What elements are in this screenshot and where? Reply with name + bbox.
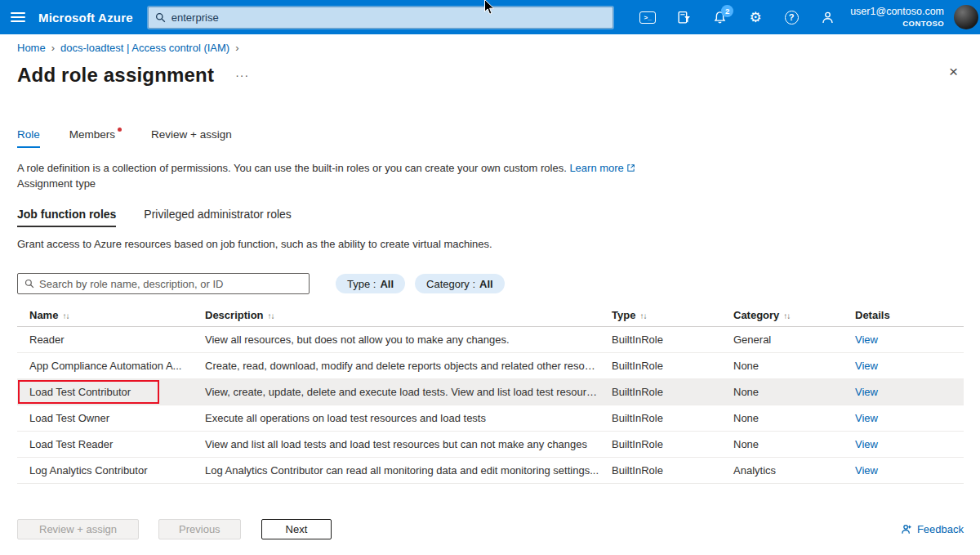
search-icon xyxy=(24,279,34,289)
topbar-icons: >_ 2 ⚙ ? xyxy=(639,9,835,25)
chevron-right-icon: › xyxy=(51,42,55,54)
role-type: BuiltInRole xyxy=(599,412,721,424)
azure-topbar: Microsoft Azure >_ 2 ⚙ ? user1@contoso.c… xyxy=(0,0,980,34)
account-info[interactable]: user1@contoso.com CONTOSO xyxy=(850,6,944,29)
role-type: BuiltInRole xyxy=(599,386,721,398)
feedback-person-icon[interactable] xyxy=(819,9,835,25)
table-row-load-test-owner[interactable]: Load Test Owner Execute all operations o… xyxy=(17,405,964,432)
table-row-app-compliance[interactable]: App Compliance Automation A... Create, r… xyxy=(17,353,964,379)
unsaved-changes-dot xyxy=(118,128,122,132)
view-details-link[interactable]: View xyxy=(855,412,878,424)
role-type-pivot: Job function roles Privileged administra… xyxy=(17,208,964,227)
avatar[interactable] xyxy=(954,5,978,29)
page-title: Add role assignment xyxy=(17,64,214,87)
view-details-link[interactable]: View xyxy=(855,360,878,372)
pivot-job-function-roles[interactable]: Job function roles xyxy=(17,208,116,227)
table-row-log-analytics-contributor[interactable]: Log Analytics Contributor Log Analytics … xyxy=(17,458,964,484)
filter-type-pill[interactable]: Type :All xyxy=(336,274,405,293)
filter-row: Type :All Category :All xyxy=(17,273,964,294)
role-type: BuiltInRole xyxy=(599,464,721,477)
brand-title[interactable]: Microsoft Azure xyxy=(38,11,133,25)
role-name: Log Analytics Contributor xyxy=(17,464,193,477)
cloud-shell-icon[interactable]: >_ xyxy=(639,9,656,25)
close-icon[interactable]: × xyxy=(949,64,958,79)
breadcrumb: Home›docs-loadtest | Access control (IAM… xyxy=(17,42,964,54)
filter-category-pill[interactable]: Category :All xyxy=(415,274,505,293)
role-category: None xyxy=(721,360,843,372)
role-name: Load Test Reader xyxy=(17,438,193,450)
role-category: Analytics xyxy=(721,464,843,477)
notification-badge: 2 xyxy=(721,5,733,17)
role-category: None xyxy=(721,386,843,398)
role-name: Load Test Contributor xyxy=(17,386,193,398)
role-name: App Compliance Automation A... xyxy=(17,360,193,372)
feedback-person-icon xyxy=(901,523,913,535)
page-content: Home›docs-loadtest | Access control (IAM… xyxy=(0,42,980,484)
view-details-link[interactable]: View xyxy=(855,386,878,398)
next-button[interactable]: Next xyxy=(261,519,332,539)
column-header-category[interactable]: Category↑↓ xyxy=(721,309,843,321)
table-header: Name↑↓ Description↑↓ Type↑↓ Category↑↓ D… xyxy=(17,304,964,327)
tab-role[interactable]: Role xyxy=(17,128,40,148)
notifications-bell-icon[interactable]: 2 xyxy=(711,9,728,25)
directories-filter-icon[interactable] xyxy=(675,9,692,25)
wizard-footer: Review + assign Previous Next Feedback xyxy=(0,503,980,555)
sort-icon: ↑↓ xyxy=(783,311,790,320)
table-row-load-test-reader[interactable]: Load Test Reader View and list all load … xyxy=(17,432,964,458)
settings-gear-icon[interactable]: ⚙ xyxy=(747,9,764,25)
role-name: Reader xyxy=(17,333,193,346)
wizard-tabs: Role Members Review + assign xyxy=(17,128,964,148)
column-header-description[interactable]: Description↑↓ xyxy=(193,309,599,321)
table-row-reader[interactable]: Reader View all resources, but does not … xyxy=(17,327,964,353)
chevron-right-icon: › xyxy=(235,42,238,54)
view-details-link[interactable]: View xyxy=(855,438,878,450)
learn-more-link[interactable]: Learn more xyxy=(569,162,635,174)
assignment-type-label: Assignment type xyxy=(17,177,964,191)
role-description: Create, read, download, modify and delet… xyxy=(193,360,599,372)
feedback-link[interactable]: Feedback xyxy=(901,523,964,535)
roles-table: Name↑↓ Description↑↓ Type↑↓ Category↑↓ D… xyxy=(17,304,964,484)
global-search-input[interactable] xyxy=(172,11,606,24)
sort-icon: ↑↓ xyxy=(268,311,274,320)
role-category: None xyxy=(721,438,843,450)
more-options-icon[interactable]: ··· xyxy=(235,69,249,82)
role-category: General xyxy=(721,333,843,346)
role-description: Execute all operations on load test reso… xyxy=(193,412,599,424)
role-description: Log Analytics Contributor can read all m… xyxy=(193,464,599,477)
role-type: BuiltInRole xyxy=(599,333,721,346)
role-type: BuiltInRole xyxy=(599,438,721,450)
role-description: View all resources, but does not allow y… xyxy=(193,333,599,346)
pivot-description: Grant access to Azure resources based on… xyxy=(17,238,964,250)
intro-section: A role definition is a collection of per… xyxy=(17,161,964,191)
column-header-name[interactable]: Name↑↓ xyxy=(17,309,193,321)
view-details-link[interactable]: View xyxy=(855,333,878,346)
role-type: BuiltInRole xyxy=(599,360,721,372)
role-description: View and list all load tests and load te… xyxy=(193,438,599,450)
role-search-input[interactable] xyxy=(39,278,302,290)
external-link-icon xyxy=(626,163,635,172)
sort-icon: ↑↓ xyxy=(639,311,646,320)
pivot-privileged-admin-roles[interactable]: Privileged administrator roles xyxy=(144,208,292,227)
review-assign-button: Review + assign xyxy=(17,519,139,539)
column-header-type[interactable]: Type↑↓ xyxy=(599,309,721,321)
role-search[interactable] xyxy=(17,273,310,294)
help-icon[interactable]: ? xyxy=(783,9,800,25)
role-description: View, create, update, delete and execute… xyxy=(193,386,599,398)
role-category: None xyxy=(721,412,843,424)
tab-members[interactable]: Members xyxy=(69,128,122,148)
title-row: Add role assignment ··· × xyxy=(17,64,964,91)
tab-review-assign[interactable]: Review + assign xyxy=(151,128,232,148)
hamburger-menu-icon[interactable] xyxy=(11,12,25,22)
role-definition-text: A role definition is a collection of per… xyxy=(17,162,567,174)
breadcrumb-resource-link[interactable]: docs-loadtest | Access control (IAM) xyxy=(60,42,229,54)
column-header-details: Details xyxy=(843,309,964,321)
global-search[interactable] xyxy=(148,7,613,29)
role-name: Load Test Owner xyxy=(17,412,193,424)
breadcrumb-home-link[interactable]: Home xyxy=(17,42,46,54)
previous-button: Previous xyxy=(158,519,241,539)
sort-icon: ↑↓ xyxy=(62,311,69,320)
table-row-load-test-contributor[interactable]: Load Test Contributor View, create, upda… xyxy=(17,379,964,405)
view-details-link[interactable]: View xyxy=(855,464,878,477)
search-icon xyxy=(155,12,166,23)
